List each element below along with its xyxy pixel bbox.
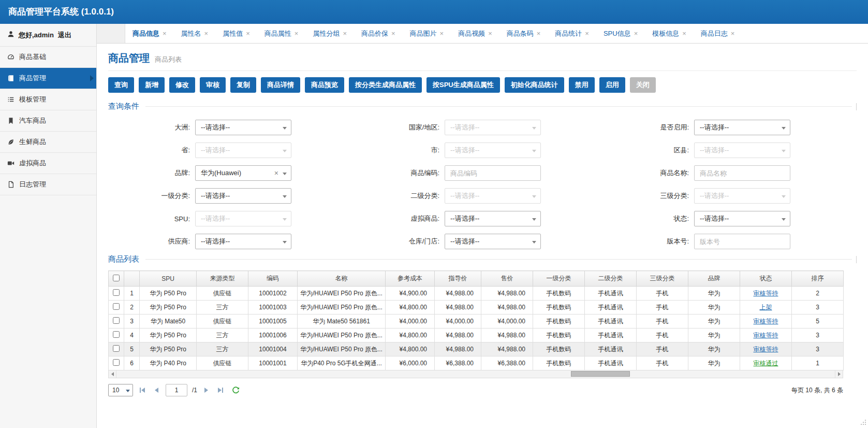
product-code-input[interactable] bbox=[445, 165, 541, 181]
status-select[interactable]: --请选择-- bbox=[694, 211, 790, 226]
scroll-left-button[interactable] bbox=[109, 370, 116, 378]
close-icon[interactable]: × bbox=[204, 30, 209, 37]
column-header-sort[interactable]: 排序 bbox=[792, 271, 844, 287]
status-link[interactable]: 审核等待 bbox=[754, 290, 778, 297]
close-icon[interactable]: × bbox=[163, 30, 167, 37]
product-preview-button[interactable]: 商品预览 bbox=[305, 77, 344, 93]
first-page-button[interactable] bbox=[138, 386, 147, 395]
close-icon[interactable]: × bbox=[488, 30, 492, 37]
row-checkbox[interactable] bbox=[113, 345, 120, 352]
query-button[interactable]: 查询 bbox=[108, 77, 134, 93]
column-header-source[interactable]: 来源类型 bbox=[197, 271, 248, 287]
sidebar-item-fresh-products[interactable]: 生鲜商品 bbox=[0, 132, 96, 153]
close-icon[interactable]: × bbox=[343, 30, 347, 37]
row-checkbox[interactable] bbox=[113, 303, 120, 310]
sidebar-item-virtual-products[interactable]: 虚拟商品 bbox=[0, 153, 96, 174]
tab-price-protect[interactable]: 商品价保× bbox=[354, 24, 403, 43]
close-icon[interactable]: × bbox=[682, 30, 686, 37]
sidebar-item-product-manage[interactable]: 商品管理 bbox=[0, 68, 96, 89]
gen-attrs-by-spu-button[interactable]: 按SPU生成商品属性 bbox=[426, 77, 500, 93]
column-header-spu[interactable]: SPU bbox=[140, 271, 197, 287]
version-input[interactable] bbox=[694, 234, 790, 249]
tab-product-video[interactable]: 商品视频× bbox=[451, 24, 499, 43]
supplier-select[interactable]: --请选择-- bbox=[195, 234, 291, 249]
table-row[interactable]: 3 华为 Mate50 供应链 10001005 华为 Mate50 56186… bbox=[109, 315, 844, 329]
column-header-price[interactable]: 售价 bbox=[481, 271, 533, 287]
product-name-input[interactable] bbox=[694, 165, 790, 181]
table-row[interactable]: 1 华为 P50 Pro 供应链 10001002 华为/HUAWEI P50 … bbox=[109, 287, 844, 301]
prev-page-button[interactable] bbox=[152, 386, 161, 395]
init-product-stats-button[interactable]: 初始化商品统计 bbox=[505, 77, 564, 93]
virtual-product-select[interactable]: --请选择-- bbox=[445, 211, 541, 226]
edit-button[interactable]: 修改 bbox=[169, 77, 195, 93]
row-checkbox[interactable] bbox=[113, 331, 120, 338]
select-all-header[interactable] bbox=[109, 271, 124, 287]
sidebar-item-auto-products[interactable]: 汽车商品 bbox=[0, 110, 96, 132]
close-icon[interactable]: × bbox=[295, 30, 299, 37]
table-row[interactable]: 6 华为 P40 Pro 供应链 10001001 华为P40 Pro 5G手机… bbox=[109, 356, 844, 370]
tab-template-info[interactable]: 模板信息× bbox=[645, 24, 694, 43]
refresh-icon[interactable] bbox=[232, 387, 240, 394]
warehouse-select[interactable]: --请选择-- bbox=[445, 234, 541, 249]
tab-spu-info[interactable]: SPU信息× bbox=[596, 24, 645, 43]
status-link[interactable]: 审核通过 bbox=[754, 360, 778, 367]
table-row[interactable]: 4 华为 P50 Pro 三方 10001006 华为/HUAWEI P50 P… bbox=[109, 329, 844, 343]
column-header-cat1[interactable]: 一级分类 bbox=[533, 271, 585, 287]
resize-grip-icon[interactable] bbox=[860, 419, 866, 427]
column-header-brand[interactable]: 品牌 bbox=[688, 271, 740, 287]
column-header-cat3[interactable]: 三级分类 bbox=[637, 271, 688, 287]
table-row[interactable]: 2 华为 P50 Pro 三方 10001003 华为/HUAWEI P50 P… bbox=[109, 301, 844, 315]
sidebar-item-template-manage[interactable]: 模板管理 bbox=[0, 89, 96, 110]
close-icon[interactable]: × bbox=[440, 30, 444, 37]
close-icon[interactable]: × bbox=[585, 30, 589, 37]
select-all-checkbox[interactable] bbox=[113, 275, 120, 281]
close-icon[interactable]: × bbox=[537, 30, 541, 37]
tab-product-stats[interactable]: 商品统计× bbox=[548, 24, 596, 43]
column-header-code[interactable]: 编码 bbox=[248, 271, 298, 287]
row-checkbox[interactable] bbox=[113, 317, 120, 324]
last-page-button[interactable] bbox=[216, 386, 225, 395]
scroll-right-button[interactable] bbox=[835, 370, 843, 378]
close-icon[interactable]: × bbox=[731, 30, 735, 37]
close-icon[interactable]: × bbox=[391, 30, 395, 37]
status-link[interactable]: 上架 bbox=[760, 304, 772, 311]
tab-attr-value[interactable]: 属性值× bbox=[215, 24, 257, 43]
category1-select[interactable]: --请选择-- bbox=[195, 188, 291, 204]
enable-button[interactable]: 启用 bbox=[599, 77, 625, 93]
product-detail-button[interactable]: 商品详情 bbox=[261, 77, 300, 93]
sidebar-item-log-manage[interactable]: 日志管理 bbox=[0, 174, 96, 195]
table-row[interactable]: 5 华为 P50 Pro 三方 10001004 华为/HUAWEI P50 P… bbox=[109, 343, 844, 356]
continent-select[interactable]: --请选择-- bbox=[195, 120, 291, 135]
close-icon[interactable]: × bbox=[246, 30, 250, 37]
row-checkbox[interactable] bbox=[113, 359, 120, 366]
enabled-select[interactable]: --请选择-- bbox=[694, 120, 790, 135]
page-input[interactable] bbox=[166, 384, 187, 396]
brand-select[interactable]: 华为(Huawei)× bbox=[195, 165, 291, 181]
column-header-cat2[interactable]: 二级分类 bbox=[585, 271, 637, 287]
close-button[interactable]: 关闭 bbox=[630, 77, 656, 93]
tab-product-log[interactable]: 商品日志× bbox=[694, 24, 742, 43]
status-link[interactable]: 审核等待 bbox=[754, 318, 778, 325]
column-header-status[interactable]: 状态 bbox=[740, 271, 792, 287]
next-page-button[interactable] bbox=[202, 386, 211, 395]
column-header-guide-price[interactable]: 指导价 bbox=[435, 271, 481, 287]
tab-scroll-area[interactable] bbox=[97, 24, 125, 43]
h-scrollbar-thumb[interactable] bbox=[571, 371, 629, 377]
status-link[interactable]: 审核等待 bbox=[754, 346, 778, 353]
audit-button[interactable]: 审核 bbox=[200, 77, 226, 93]
page-size-select[interactable]: 10 bbox=[108, 384, 133, 396]
column-header-cost[interactable]: 参考成本 bbox=[386, 271, 435, 287]
status-link[interactable]: 审核等待 bbox=[754, 332, 778, 339]
tab-product-attr[interactable]: 商品属性× bbox=[257, 24, 306, 43]
logout-link[interactable]: 退出 bbox=[58, 31, 71, 40]
column-header-name[interactable]: 名称 bbox=[298, 271, 386, 287]
row-checkbox[interactable] bbox=[113, 289, 120, 296]
add-button[interactable]: 新增 bbox=[139, 77, 165, 93]
h-scrollbar[interactable] bbox=[108, 370, 843, 378]
close-icon[interactable]: × bbox=[634, 30, 638, 37]
tab-product-info[interactable]: 商品信息× bbox=[125, 24, 174, 43]
disable-button[interactable]: 禁用 bbox=[569, 77, 595, 93]
copy-button[interactable]: 复制 bbox=[230, 77, 256, 93]
tab-attr-name[interactable]: 属性名× bbox=[174, 24, 216, 43]
tab-product-image[interactable]: 商品图片× bbox=[403, 24, 451, 43]
